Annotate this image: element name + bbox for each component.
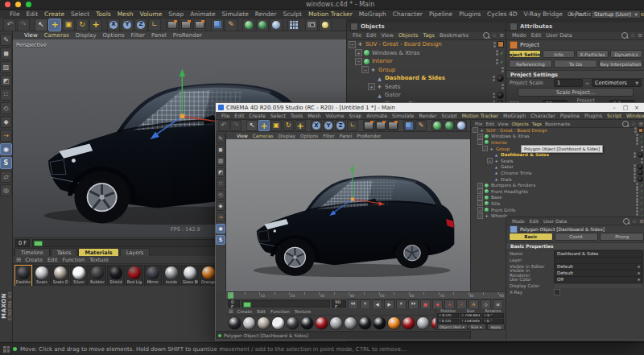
tab-referencing[interactable]: Referencing xyxy=(509,60,552,68)
material-swatch-3[interactable] xyxy=(271,316,285,330)
primitive-object-icon[interactable] xyxy=(242,19,255,31)
tree-item-windows-xtras[interactable]: +Windows & Xtras✓ xyxy=(347,49,506,58)
dock-tab-takes[interactable]: Takes xyxy=(51,248,78,256)
expand-toggle-icon[interactable]: − xyxy=(477,139,483,145)
tab-x-particles[interactable]: X-Particles xyxy=(576,50,609,58)
deformer-object-icon[interactable] xyxy=(256,19,269,31)
material-swatch-1[interactable] xyxy=(242,316,256,330)
panel-menu-mode[interactable]: Mode xyxy=(510,219,527,224)
floating-end-frame-field[interactable]: 90 F xyxy=(332,300,346,308)
material-tag-icon[interactable] xyxy=(638,152,643,158)
visibility-dots-icon[interactable] xyxy=(634,176,636,182)
visibility-dots-icon[interactable] xyxy=(496,50,498,56)
expand-toggle-icon[interactable]: + xyxy=(368,83,375,90)
scale-tool-icon[interactable]: ▣ xyxy=(270,120,282,131)
material-menu-function[interactable]: Function xyxy=(60,257,88,263)
material-swatch-11[interactable] xyxy=(387,316,401,330)
light-object-icon[interactable] xyxy=(319,19,332,31)
search-icon[interactable] xyxy=(623,218,630,225)
render-settings-icon[interactable] xyxy=(193,19,206,31)
snap-icon[interactable]: ◉ xyxy=(0,143,12,155)
menu-item-character[interactable]: Character xyxy=(390,10,426,18)
menu-item-simulate[interactable]: Simulate xyxy=(219,10,252,18)
visibility-dots-icon[interactable] xyxy=(636,207,638,213)
filter-icon[interactable]: ≡ xyxy=(638,32,642,39)
display-tag-icon[interactable] xyxy=(497,41,504,47)
menu-item-tools[interactable]: Tools xyxy=(288,113,305,118)
scale-project-button[interactable]: Scale Project... xyxy=(518,88,634,97)
search-icon[interactable] xyxy=(483,32,489,39)
viewport-menu-view[interactable]: View xyxy=(21,32,41,39)
enable-snap-icon[interactable]: S xyxy=(0,157,12,169)
tree-item-group[interactable]: −+Group xyxy=(347,66,506,75)
panel-menu-objects[interactable]: Objects xyxy=(396,32,421,39)
previous-key-icon[interactable]: ⏴ xyxy=(360,299,370,309)
current-frame-field[interactable]: 0 F xyxy=(15,239,30,247)
workplane-mode-icon[interactable]: ◩ xyxy=(0,75,12,87)
panel-menu-edit[interactable]: Edit xyxy=(527,219,541,224)
menu-item-render[interactable]: Render xyxy=(252,10,280,18)
menu-item-create[interactable]: Create xyxy=(41,10,68,18)
project-scale-input[interactable]: 1 xyxy=(554,79,583,87)
rotate-tool-icon[interactable]: ↻ xyxy=(76,19,89,31)
texture-mode-icon[interactable]: ▨ xyxy=(216,156,225,166)
enabled-check-icon[interactable]: ✓ xyxy=(500,50,504,56)
material-swatch-4[interactable] xyxy=(286,316,299,330)
visibility-dots-icon[interactable] xyxy=(636,139,638,145)
enabled-check-icon[interactable]: ✓ xyxy=(640,134,643,138)
last-tool-icon[interactable]: + xyxy=(89,19,102,31)
spline-object-icon[interactable] xyxy=(456,120,467,131)
render-settings-icon[interactable] xyxy=(387,120,398,131)
material-tag-icon[interactable] xyxy=(638,176,643,182)
play-backwards-icon[interactable]: ◀ xyxy=(372,299,382,309)
lock-z-axis-icon[interactable]: Z xyxy=(335,120,346,131)
visibility-dots-icon[interactable] xyxy=(634,170,636,175)
enabled-check-icon[interactable]: ✓ xyxy=(640,196,643,200)
record-scale-icon[interactable]: ◆ xyxy=(432,299,443,309)
close-icon[interactable]: × xyxy=(631,104,642,112)
go-to-start-icon[interactable]: ⏴⏴ xyxy=(348,299,358,309)
material-rubber[interactable]: Rubber xyxy=(89,265,106,287)
workplane-icon[interactable]: ▱ xyxy=(0,171,12,183)
material-seats[interactable]: Seats xyxy=(33,265,51,287)
viewport-menu-filter[interactable]: Filter xyxy=(320,134,336,138)
menu-item-mograph[interactable]: MoGraph xyxy=(356,10,390,18)
visibility-dots-icon[interactable] xyxy=(636,183,638,188)
tree-item-bumpers-fenders[interactable]: +Bumpers & Fenders✓ xyxy=(471,182,644,188)
coords-size-x[interactable]: X758.043 cm xyxy=(460,313,481,318)
tree-item-base[interactable]: +Base✓ xyxy=(471,195,644,201)
material-glass-bl[interactable]: Glass Bl xyxy=(181,265,199,287)
sketch-material-icon[interactable]: ✎ xyxy=(225,19,237,31)
undo-icon[interactable]: ↶ xyxy=(218,120,229,131)
dock-tab-timeline[interactable]: Timeline xyxy=(14,248,50,256)
visibility-dots-icon[interactable] xyxy=(636,188,638,194)
camera-object-icon[interactable] xyxy=(305,19,318,31)
redo-icon[interactable]: ↷ xyxy=(17,19,30,31)
menu-item-edit[interactable]: Edit xyxy=(23,10,42,18)
enabled-check-icon[interactable]: ✓ xyxy=(640,201,643,205)
material-seats-d[interactable]: Seats D xyxy=(52,265,69,287)
material-menu-create[interactable]: Create xyxy=(23,257,45,263)
bookmark-star-icon[interactable]: ☆ xyxy=(492,32,497,39)
visibility-dots-icon[interactable] xyxy=(493,42,496,47)
apply-button[interactable]: Apply xyxy=(487,324,505,330)
menu-item-window[interactable]: Window xyxy=(624,113,644,118)
display-tag-icon[interactable] xyxy=(638,128,643,133)
record-rotation-icon[interactable]: + xyxy=(444,299,455,309)
visibility-dots-icon[interactable] xyxy=(634,164,636,170)
panel-menu-tags[interactable]: Tags xyxy=(530,122,543,126)
material-tag-icon[interactable] xyxy=(497,75,504,82)
points-mode-icon[interactable]: ∷ xyxy=(0,89,12,101)
last-tool-icon[interactable]: + xyxy=(295,120,306,131)
material-mirror[interactable]: Mirror xyxy=(144,265,162,287)
material-tag-icon[interactable] xyxy=(638,170,643,175)
menu-item-tools[interactable]: Tools xyxy=(93,10,114,18)
snap-icon[interactable]: ◉ xyxy=(216,224,225,233)
menu-item-mograph[interactable]: MoGraph xyxy=(501,113,528,118)
mograph-object-icon[interactable] xyxy=(287,19,300,31)
material-menu-texture[interactable]: Texture xyxy=(87,257,111,263)
minimize-window-icon[interactable] xyxy=(15,2,21,7)
viewport-menu-filter[interactable]: Filter xyxy=(128,32,148,39)
material-swatch-7[interactable] xyxy=(329,316,343,330)
panel-menu-tags[interactable]: Tags xyxy=(420,32,436,39)
